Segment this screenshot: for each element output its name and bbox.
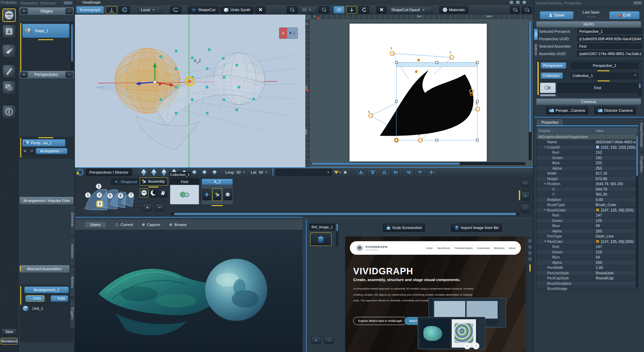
side-tab[interactable]: Actions xyxy=(534,41,538,58)
align-left-button[interactable] xyxy=(392,169,401,176)
collection-dropdown[interactable]: Collection_1▼ xyxy=(570,73,639,79)
gallery-tool-button[interactable] xyxy=(2,81,16,94)
maximize-button[interactable]: □ xyxy=(515,0,521,5)
table-row[interactable]: ▼Blue 232 xyxy=(537,160,638,166)
image-tools-scroll[interactable] xyxy=(529,264,531,272)
assembly-button[interactable]: Assembly xyxy=(140,177,168,185)
view-cube-button[interactable] xyxy=(150,169,158,176)
website-nav-link[interactable]: About xyxy=(509,247,515,250)
axis-view-button[interactable] xyxy=(106,6,117,14)
first-thumbnail[interactable] xyxy=(170,185,199,204)
website-explore-button[interactable]: Explore What's New in VividGraph xyxy=(353,317,407,325)
zoom-in-button[interactable]: + xyxy=(287,6,298,14)
nav-panel-toggle[interactable] xyxy=(63,1,72,4)
table-row[interactable]: ▼PenJoinStyle RoundJoin xyxy=(537,271,638,276)
sphere-variant-button[interactable] xyxy=(140,188,148,197)
import-image-button[interactable]: Import Image from file xyxy=(451,224,502,232)
align-hcenter-button[interactable] xyxy=(416,169,424,176)
stamp-tool-button[interactable] xyxy=(2,25,16,38)
image-tool-button[interactable] xyxy=(528,245,532,249)
close-3d-tool-button[interactable]: ✕ xyxy=(255,6,265,14)
nav-side-tab[interactable]: Triggers xyxy=(70,298,75,328)
shapecut-step-selected[interactable]: 4 xyxy=(97,201,103,207)
chevron-down-icon[interactable]: ▼ xyxy=(265,171,268,174)
table-row[interactable]: ▼PenWidth 1.00 xyxy=(537,265,638,271)
table-row[interactable]: ▼BrushGradient xyxy=(537,281,638,286)
prev-button[interactable]: ‹ xyxy=(464,343,471,349)
a2-item-button[interactable] xyxy=(223,189,232,200)
table-row[interactable]: ▼BrushImage xyxy=(537,286,638,292)
stage-item[interactable]: Stage_1 xyxy=(22,24,69,38)
table-row[interactable]: ▼Red 147 xyxy=(537,213,638,218)
image-tool-button[interactable] xyxy=(528,257,532,261)
table-row[interactable]: ▼Position (544.79, 581.30) xyxy=(537,181,638,187)
states-viewport[interactable] xyxy=(75,230,303,352)
table-row[interactable]: ▼Height 670.90 xyxy=(537,176,638,182)
table-row[interactable]: ▼PenCapStyle RoundCap xyxy=(537,276,638,281)
table-row[interactable]: ▼Green 192 xyxy=(537,155,638,161)
expand-arrow-icon[interactable]: ▼ xyxy=(544,240,547,243)
shapecut-step[interactable]: 5 xyxy=(107,193,113,199)
table-row[interactable]: ▼PenType Dash_Line xyxy=(537,234,638,239)
arrangement-dropdown[interactable]: Arrangemen ▼ xyxy=(36,148,67,154)
shapecut-button[interactable]: ShapeCut xyxy=(188,6,219,14)
table-row[interactable]: ▼PenColor [147, 125, 59] (255) xyxy=(537,239,638,245)
collection-tab[interactable]: Collection_1 xyxy=(169,172,190,177)
view-cube-button[interactable] xyxy=(190,169,198,176)
units-synth-button[interactable]: Units Synth xyxy=(220,6,254,14)
shapecut-opacity-dropdown[interactable]: ShapeCut-Opacit▼ xyxy=(388,6,432,14)
assembly-add-button[interactable]: + xyxy=(143,204,152,211)
field-value[interactable]: Perspective_1 xyxy=(577,28,642,34)
start-button[interactable]: Start xyxy=(1,328,17,335)
workbench-button[interactable]: Workbech xyxy=(1,338,18,345)
clear-filter-button[interactable]: ✕ xyxy=(343,170,347,175)
table-row[interactable]: ▼Blue 59 xyxy=(537,223,638,229)
table-row[interactable]: ▼Red 152 xyxy=(537,150,638,155)
expand-arrow-icon[interactable]: ▼ xyxy=(544,208,547,211)
drawing-canvas[interactable]: 2 3 5 7 8 9 xyxy=(349,24,487,161)
info-button[interactable] xyxy=(2,105,16,119)
image-tool-button[interactable] xyxy=(528,251,532,255)
v-scrollbar[interactable] xyxy=(529,20,532,160)
perspective-value[interactable]: Perspective_1 xyxy=(570,62,639,69)
collection-vscroll-thumb[interactable] xyxy=(519,190,520,200)
tool-button[interactable] xyxy=(2,44,16,58)
field-value[interactable]: {c1a9e029-55ff-400f-929c-6ac41164d xyxy=(577,36,642,42)
website-nav-link[interactable]: News/Docs xyxy=(437,247,450,250)
align-right-button[interactable] xyxy=(404,169,413,176)
state-radio[interactable]: Capture xyxy=(142,223,160,227)
crescent-variant-button[interactable] xyxy=(149,188,158,197)
shapecut-step[interactable]: 3 xyxy=(96,192,102,198)
exit-button[interactable]: Exit xyxy=(609,11,640,19)
sphere-view-button[interactable] xyxy=(119,6,130,14)
side-tab[interactable]: Info xyxy=(534,28,538,40)
collection-more-button[interactable]: ⋯ xyxy=(521,180,530,187)
table-row[interactable]: ▼Green 125 xyxy=(537,218,638,224)
image-tool-button[interactable] xyxy=(528,239,532,243)
fold-variant-button[interactable] xyxy=(159,188,167,197)
nav-side-tab[interactable]: Instances xyxy=(70,236,75,266)
table-row[interactable]: ▼Alpha 255 xyxy=(537,229,638,234)
shapecut-step[interactable]: 7 xyxy=(128,192,134,198)
table-row[interactable]: ▼Green 125 xyxy=(537,250,638,255)
align-top-button[interactable] xyxy=(368,169,377,176)
arrangement-add-button[interactable]: + xyxy=(22,149,28,154)
align-bottom-button[interactable] xyxy=(357,169,365,176)
visibility-icon[interactable] xyxy=(540,83,556,93)
far-right-tab[interactable]: Properties xyxy=(639,153,644,176)
shapecut-step[interactable]: 2 xyxy=(96,183,102,189)
collection-item-first[interactable]: First xyxy=(540,83,638,93)
director-camera-button[interactable]: Director Camera xyxy=(594,107,636,114)
stage-add-button[interactable]: + xyxy=(20,8,28,14)
scenegraph-tab[interactable]: Scenegraph xyxy=(76,6,104,14)
close-2d-tool-button[interactable]: ✕ xyxy=(376,6,387,14)
table-row[interactable]: ▼Width 817.18 xyxy=(537,171,638,176)
view-cube-button[interactable] xyxy=(160,169,168,176)
viewport-zoom-in-button[interactable]: + xyxy=(510,6,520,14)
local-dropdown[interactable]: Local▼ xyxy=(138,6,162,14)
viewport-zoom-out-button[interactable]: − xyxy=(522,6,532,14)
view-cube-button[interactable] xyxy=(140,169,148,176)
collection-remove-button[interactable]: − xyxy=(521,204,530,212)
rotate-tool-button[interactable] xyxy=(359,6,369,14)
zoom-out-button[interactable]: − xyxy=(318,6,329,14)
